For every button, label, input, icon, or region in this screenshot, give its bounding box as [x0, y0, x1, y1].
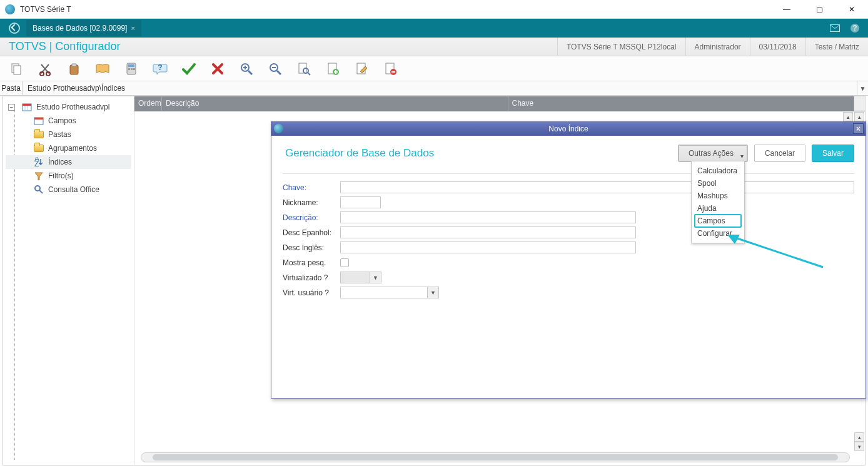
grid-header: Ordem Descrição Chave	[134, 96, 865, 111]
combo-virtualizado-input[interactable]	[340, 272, 370, 283]
scroll-up-icon[interactable]: ▴	[843, 112, 853, 121]
content-panel: Ordem Descrição Chave ▴ ▾ ▴ ▾ ▴ ▾ No	[134, 96, 865, 465]
tab-bases-de-dados[interactable]: Bases de Dados [02.9.0099] ×	[26, 20, 141, 36]
status-org: Teste / Matriz	[805, 38, 868, 56]
grid-col-ordem[interactable]: Ordem	[134, 96, 162, 111]
path-value: Estudo Protheusadvp\Índices	[23, 81, 857, 95]
menu-item-calculadora[interactable]: Calculadora	[692, 165, 744, 177]
menu-item-configurar[interactable]: Configurar	[692, 227, 744, 240]
scroll-up-icon[interactable]: ▴	[854, 432, 864, 442]
grid-col-chave[interactable]: Chave	[508, 96, 854, 111]
scroll-down-icon[interactable]: ▾	[854, 442, 864, 451]
svg-rect-10	[128, 64, 134, 67]
status-user: Administrador	[685, 38, 750, 56]
find-page-icon[interactable]	[294, 60, 314, 78]
input-chave[interactable]	[340, 181, 854, 193]
tab-close-icon[interactable]: ×	[131, 24, 134, 32]
zoom-in-icon[interactable]	[236, 60, 256, 78]
other-actions-menu: Calculadora Spool Mashups Ajuda Campos C…	[691, 161, 745, 243]
delete-page-icon[interactable]	[380, 60, 400, 78]
label-virtualizado: Virtualizado ?	[283, 273, 340, 282]
help-bubble-icon[interactable]: ?	[150, 60, 170, 78]
new-page-icon[interactable]	[323, 60, 343, 78]
svg-rect-12	[131, 68, 133, 70]
tree-panel: − Estudo Protheusadvpl Campos Pastas Agr…	[3, 96, 134, 465]
menu-item-mashups[interactable]: Mashups	[692, 190, 744, 202]
label-desc-ingles: Desc Inglês:	[283, 243, 340, 252]
mail-icon[interactable]	[829, 23, 840, 34]
tree-item-consulta-office[interactable]: Consulta Office	[6, 183, 131, 196]
svg-rect-38	[34, 118, 43, 120]
menu-item-campos[interactable]: Campos	[692, 215, 744, 227]
edit-page-icon[interactable]	[351, 60, 371, 78]
window-title: TOTVS Série T	[20, 5, 775, 14]
window-maximize-button[interactable]: ▢	[808, 3, 830, 16]
svg-rect-13	[133, 68, 135, 70]
checkbox-mostra-pesq[interactable]	[340, 258, 349, 267]
label-virt-usuario: Virt. usuário ?	[283, 288, 340, 297]
nav-back-icon[interactable]	[9, 23, 20, 34]
svg-rect-34	[23, 104, 31, 106]
label-nickname: Nickname:	[283, 198, 340, 207]
save-button[interactable]: Salvar	[812, 145, 854, 162]
modal-close-button[interactable]: ×	[853, 123, 864, 134]
help-icon[interactable]: ?	[849, 23, 860, 34]
grid-scroll-corner	[854, 96, 865, 111]
grid-col-descricao[interactable]: Descrição	[162, 96, 508, 111]
combo-virt-usuario-input[interactable]	[340, 287, 428, 298]
tree-item-agrupamentos[interactable]: Agrupamentos	[6, 141, 131, 155]
label-chave: Chave:	[283, 183, 340, 192]
book-icon[interactable]	[93, 60, 113, 78]
tree-item-campos[interactable]: Campos	[6, 114, 131, 128]
tree-item-indices[interactable]: AZ Índices	[6, 155, 131, 169]
combo-virt-usuario[interactable]: ▼	[340, 287, 439, 298]
modal-novo-indice: Novo Índice × Gerenciador de Base de Dad…	[271, 121, 866, 399]
modal-app-icon	[274, 124, 283, 133]
check-icon[interactable]	[179, 60, 199, 78]
input-descricao[interactable]	[340, 211, 636, 223]
svg-line-42	[39, 190, 43, 193]
path-dropdown-icon[interactable]: ▼	[857, 81, 868, 95]
other-actions-button[interactable]: Outras Ações	[678, 145, 748, 162]
window-close-button[interactable]: ✕	[840, 3, 863, 16]
cancel-icon[interactable]	[208, 60, 228, 78]
modal-title-bar[interactable]: Novo Índice ×	[271, 122, 865, 136]
tree-collapse-icon[interactable]: −	[8, 104, 15, 111]
svg-rect-11	[128, 68, 130, 70]
svg-point-41	[35, 186, 40, 191]
scroll-up-icon[interactable]: ▴	[854, 112, 864, 121]
svg-rect-4	[14, 66, 21, 74]
window-minimize-button[interactable]: —	[775, 3, 798, 16]
horizontal-scrollbar[interactable]	[141, 452, 850, 462]
menu-item-ajuda[interactable]: Ajuda	[692, 202, 744, 215]
zoom-out-icon[interactable]	[265, 60, 285, 78]
chevron-down-icon[interactable]: ▼	[370, 272, 381, 283]
window-title-bar: TOTVS Série T — ▢ ✕	[0, 0, 868, 19]
svg-text:?: ?	[158, 63, 162, 72]
input-desc-ingles[interactable]	[340, 242, 636, 253]
tab-label: Bases de Dados [02.9.0099]	[33, 24, 127, 33]
tree-item-label: Consulta Office	[48, 185, 99, 194]
tree-root[interactable]: − Estudo Protheusadvpl	[6, 100, 131, 114]
cancel-button[interactable]: Cancelar	[754, 145, 805, 162]
calculator-icon[interactable]	[121, 60, 141, 78]
tree-item-label: Campos	[48, 116, 76, 125]
input-nickname[interactable]	[340, 196, 381, 208]
app-icon	[5, 4, 15, 14]
menu-item-spool[interactable]: Spool	[692, 177, 744, 190]
calendar-icon	[21, 102, 33, 112]
label-mostra-pesq: Mostra pesq.	[283, 258, 340, 267]
chevron-down-icon[interactable]: ▼	[428, 287, 439, 298]
cut-icon[interactable]	[35, 60, 55, 78]
paste-icon[interactable]	[64, 60, 84, 78]
copy-icon[interactable]	[6, 60, 26, 78]
app-tab-strip: Bases de Dados [02.9.0099] × ?	[0, 19, 868, 38]
svg-line-20	[277, 71, 281, 74]
tree-item-label: Agrupamentos	[48, 144, 97, 153]
scroll-thumb[interactable]	[153, 454, 838, 460]
combo-virtualizado[interactable]: ▼	[340, 272, 381, 283]
input-desc-espanhol[interactable]	[340, 226, 636, 238]
tree-item-pastas[interactable]: Pastas	[6, 128, 131, 141]
svg-line-24	[308, 73, 310, 75]
tree-item-filtros[interactable]: Filtro(s)	[6, 169, 131, 183]
